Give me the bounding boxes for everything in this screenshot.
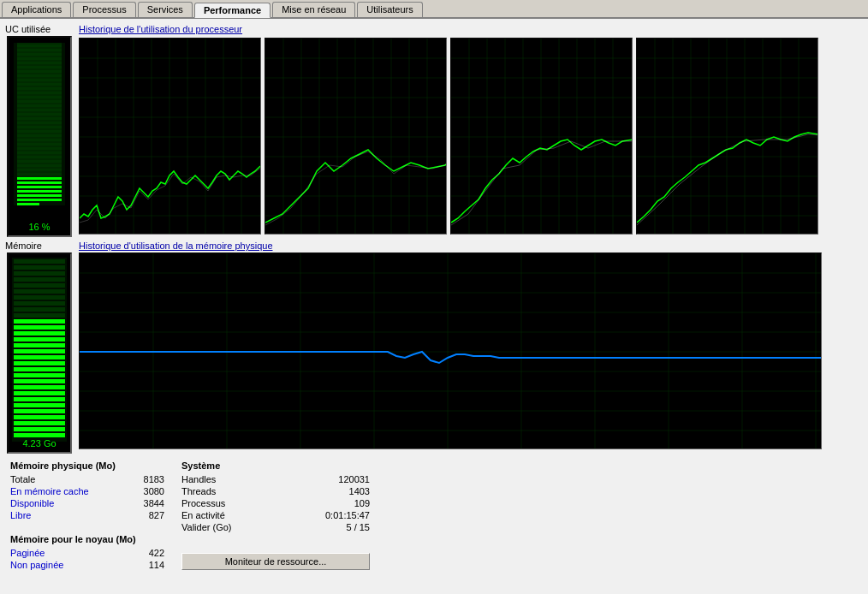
svg-rect-32 bbox=[17, 164, 62, 167]
cpu-label: UC utilisée bbox=[5, 24, 51, 34]
svg-rect-99 bbox=[637, 39, 818, 235]
value-threads: 1403 bbox=[318, 486, 370, 496]
svg-rect-141 bbox=[14, 391, 65, 395]
info-row-totale: Totale 8183 bbox=[10, 474, 164, 484]
tab-performance[interactable]: Performance bbox=[194, 3, 271, 18]
cpu-chart-4 bbox=[636, 38, 818, 235]
cpu-gauge: 16 % bbox=[7, 36, 72, 237]
svg-rect-33 bbox=[17, 169, 62, 171]
cpu-charts-row bbox=[79, 38, 863, 235]
svg-rect-17 bbox=[17, 100, 62, 103]
svg-rect-146 bbox=[14, 421, 65, 425]
info-row-valider: Valider (Go) 5 / 15 bbox=[181, 522, 370, 532]
value-libre: 827 bbox=[113, 510, 164, 520]
svg-rect-133 bbox=[14, 343, 65, 347]
svg-rect-147 bbox=[14, 427, 65, 431]
svg-rect-19 bbox=[17, 109, 62, 111]
label-totale: Totale bbox=[10, 474, 35, 484]
mem-chart-title: Historique d'utilisation de la mémoire p… bbox=[79, 241, 863, 251]
label-disponible: Disponible bbox=[10, 498, 54, 508]
info-row-cache: En mémoire cache 3080 bbox=[10, 486, 164, 496]
svg-rect-122 bbox=[14, 277, 65, 282]
info-row-handles: Handles 120031 bbox=[181, 474, 370, 484]
svg-rect-11 bbox=[17, 74, 62, 77]
svg-rect-143 bbox=[14, 403, 65, 407]
info-row-nonpagined: Non paginée 114 bbox=[10, 560, 164, 570]
tab-utilisateurs[interactable]: Utilisateurs bbox=[357, 2, 422, 17]
value-valider: 5 / 15 bbox=[318, 522, 370, 532]
value-handles: 120031 bbox=[318, 474, 370, 484]
system-title: Système bbox=[181, 460, 370, 471]
info-row-processus: Processus 109 bbox=[181, 498, 370, 508]
mem-value: 4.23 Go bbox=[9, 438, 70, 448]
mem-chart bbox=[79, 252, 822, 449]
monitor-button[interactable]: Moniteur de ressource... bbox=[181, 553, 370, 570]
label-nonpagined: Non paginée bbox=[10, 560, 63, 570]
svg-rect-34 bbox=[17, 173, 62, 175]
svg-rect-125 bbox=[14, 295, 65, 300]
value-cache: 3080 bbox=[113, 486, 164, 496]
svg-rect-138 bbox=[14, 373, 65, 377]
label-cache: En mémoire cache bbox=[10, 486, 89, 496]
value-processus: 109 bbox=[318, 498, 370, 508]
svg-rect-135 bbox=[14, 355, 65, 359]
tab-mise-en-reseau[interactable]: Mise en réseau bbox=[272, 2, 355, 17]
svg-rect-9 bbox=[17, 66, 62, 68]
cpu-chart-3 bbox=[450, 38, 633, 235]
tab-processus[interactable]: Processus bbox=[73, 2, 135, 17]
tab-services[interactable]: Services bbox=[138, 2, 193, 17]
system-col: Système Handles 120031 Threads 1403 Proc… bbox=[181, 460, 370, 570]
cpu-section: UC utilisée bbox=[5, 24, 863, 237]
label-activite: En activité bbox=[181, 510, 225, 520]
svg-rect-61 bbox=[265, 39, 447, 235]
svg-rect-132 bbox=[14, 337, 65, 342]
kernel-memory-title: Mémoire pour le noyau (Mo) bbox=[10, 534, 164, 544]
svg-rect-31 bbox=[17, 160, 62, 163]
value-pagined: 422 bbox=[113, 548, 164, 558]
tab-applications[interactable]: Applications bbox=[2, 2, 71, 17]
svg-rect-42 bbox=[80, 39, 261, 235]
cpu-chart-title: Historique de l'utilisation du processeu… bbox=[79, 24, 863, 34]
svg-rect-140 bbox=[14, 385, 65, 389]
svg-rect-127 bbox=[14, 307, 65, 312]
svg-rect-39 bbox=[17, 194, 62, 197]
svg-rect-128 bbox=[14, 313, 65, 318]
svg-rect-24 bbox=[17, 130, 62, 133]
main-content: UC utilisée bbox=[0, 19, 868, 579]
label-valider: Valider (Go) bbox=[181, 522, 231, 532]
cpu-percent: 16 % bbox=[28, 222, 50, 232]
svg-rect-23 bbox=[17, 126, 62, 128]
svg-rect-37 bbox=[17, 186, 62, 188]
memory-section: Mémoire bbox=[5, 241, 863, 454]
svg-rect-144 bbox=[14, 409, 65, 413]
svg-rect-15 bbox=[17, 92, 62, 94]
svg-rect-123 bbox=[14, 283, 65, 288]
value-activite: 0:01:15:47 bbox=[318, 510, 370, 520]
mem-label: Mémoire bbox=[5, 241, 42, 251]
svg-rect-41 bbox=[17, 203, 39, 205]
svg-rect-124 bbox=[14, 289, 65, 294]
svg-rect-28 bbox=[17, 147, 62, 150]
label-processus: Processus bbox=[181, 498, 225, 508]
svg-rect-8 bbox=[17, 62, 62, 64]
svg-rect-12 bbox=[17, 79, 62, 81]
svg-rect-38 bbox=[17, 190, 62, 193]
info-section: Mémoire physique (Mo) Totale 8183 En mém… bbox=[5, 457, 863, 573]
physical-memory-col: Mémoire physique (Mo) Totale 8183 En mém… bbox=[10, 460, 164, 570]
svg-rect-22 bbox=[17, 122, 62, 124]
svg-rect-148 bbox=[14, 433, 65, 437]
cpu-chart-3-svg bbox=[451, 39, 633, 235]
cpu-charts-area: Historique de l'utilisation du processeu… bbox=[79, 24, 863, 237]
svg-rect-5 bbox=[17, 49, 62, 51]
svg-rect-40 bbox=[17, 199, 62, 201]
mem-chart-svg bbox=[80, 253, 822, 449]
cpu-chart-2 bbox=[265, 38, 447, 235]
info-row-disponible: Disponible 3844 bbox=[10, 498, 164, 508]
svg-rect-126 bbox=[14, 301, 65, 306]
cpu-usage-bars bbox=[14, 43, 65, 205]
mem-usage-bars bbox=[12, 258, 67, 442]
svg-rect-139 bbox=[14, 379, 65, 383]
cpu-chart-1-svg bbox=[80, 39, 261, 235]
svg-rect-131 bbox=[14, 331, 65, 336]
svg-rect-7 bbox=[17, 57, 62, 60]
